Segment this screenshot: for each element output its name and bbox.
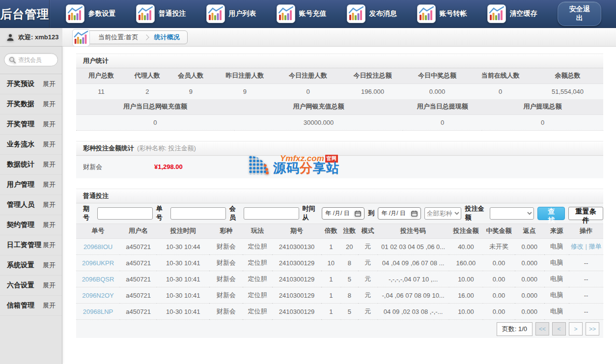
chevron-right-icon bbox=[143, 34, 149, 40]
order-id-cell: 2096BQSR bbox=[76, 271, 120, 287]
action-link[interactable]: 修改 bbox=[571, 243, 584, 250]
bets-value-cell: 04 09 ,02 03 08 ,-,-... bbox=[378, 304, 449, 320]
sidebar-menu: 开奖预设展开开奖数据展开开奖管理展开业务流水展开数据统计展开用户管理展开管理人员… bbox=[0, 74, 62, 316]
expand-toggle[interactable]: 展开 bbox=[43, 241, 56, 250]
expand-toggle[interactable]: 展开 bbox=[43, 100, 56, 109]
sidebar-menu-item[interactable]: 管理人员展开 bbox=[0, 195, 62, 215]
bets-header-cell: 期号 bbox=[272, 224, 321, 239]
bets-value-cell: 20 bbox=[341, 239, 358, 255]
expand-toggle[interactable]: 展开 bbox=[43, 180, 56, 189]
nav-item[interactable]: 账号充值 bbox=[277, 4, 347, 23]
sidebar-menu-item[interactable]: 六合设置展开 bbox=[0, 276, 62, 296]
bets-value-cell: 财新会 bbox=[209, 271, 243, 287]
sidebar-menu-item[interactable]: 开奖管理展开 bbox=[0, 114, 62, 135]
order-id-cell: 20968IOU bbox=[76, 239, 120, 255]
action-separator: | bbox=[584, 243, 589, 250]
bets-value-cell: 0.00 bbox=[483, 287, 514, 304]
search-button[interactable]: 查找 bbox=[537, 207, 565, 220]
member-input[interactable] bbox=[244, 207, 299, 220]
sidebar-menu-item[interactable]: 用户管理展开 bbox=[0, 175, 62, 195]
sidebar-menu-item[interactable]: 数据统计展开 bbox=[0, 155, 62, 175]
lottery-stats-panel: 彩种投注金额统计 (彩种名称: 投注金额) 财新会 ¥1,298.00 Y bbox=[76, 141, 603, 178]
dots-fan-icon bbox=[249, 156, 272, 174]
breadcrumb-location: 当前位置:首页 bbox=[98, 33, 139, 42]
date-to-input[interactable]: 年 /月/ 日 bbox=[378, 207, 420, 220]
actions-cell: -- bbox=[569, 255, 603, 271]
nav-item[interactable]: 账号转帐 bbox=[417, 4, 487, 23]
order-id-link[interactable]: 2096N2OY bbox=[82, 292, 113, 299]
bets-value-cell: 40.00 bbox=[449, 239, 483, 255]
expand-toggle[interactable]: 展开 bbox=[43, 281, 56, 290]
member-search-box[interactable] bbox=[4, 53, 58, 66]
main-nav: 参数设置普通投注用户列表账号充值发布消息账号转帐清空缓存 bbox=[50, 4, 558, 23]
nav-item[interactable]: 清空缓存 bbox=[487, 4, 558, 23]
order-input[interactable] bbox=[170, 207, 226, 220]
last-page-button[interactable]: >> bbox=[586, 322, 599, 336]
expand-toggle[interactable]: 展开 bbox=[43, 140, 56, 149]
order-id-link[interactable]: 20968IOU bbox=[84, 243, 112, 251]
logout-button[interactable]: 安全退出 bbox=[558, 1, 601, 26]
sidebar-item-label: 契约管理 bbox=[7, 221, 34, 229]
bets-header-cell: 倍数 bbox=[321, 224, 341, 239]
expand-toggle[interactable]: 展开 bbox=[43, 200, 56, 209]
breadcrumb-current[interactable]: 统计概况 bbox=[154, 33, 180, 42]
first-page-button[interactable]: << bbox=[535, 322, 549, 336]
bets-value-cell: 10.00 bbox=[449, 304, 483, 320]
sidebar-menu-item[interactable]: 日工资管理展开 bbox=[0, 235, 62, 255]
next-page-button[interactable]: > bbox=[569, 322, 583, 336]
stats-header-cell: 用户当日总提现额 bbox=[403, 99, 482, 114]
expand-toggle[interactable]: 展开 bbox=[43, 160, 56, 169]
bets-header-cell: 彩种 bbox=[209, 224, 243, 239]
stats-value-cell: 0 bbox=[76, 114, 234, 130]
sidebar-menu-item[interactable]: 信箱管理展开 bbox=[0, 296, 62, 316]
expand-toggle[interactable]: 展开 bbox=[43, 80, 56, 88]
bets-table: 单号用户名投注时间彩种玩法期号倍数注数模式投注号码投注金额中奖金额返点来源操作2… bbox=[76, 224, 603, 320]
panel-subtitle-text: (彩种名称: 投注金额) bbox=[137, 144, 196, 153]
panel-title-text: 用户统计 bbox=[83, 56, 109, 65]
table-row: 2096BQSRa45072110-30 10:41财新会定位胆24103001… bbox=[76, 271, 603, 287]
sidebar-menu-item[interactable]: 系统设置展开 bbox=[0, 255, 62, 276]
bet-amount-select[interactable] bbox=[490, 207, 534, 220]
bets-header-cell: 投注号码 bbox=[378, 224, 449, 239]
issue-input[interactable] bbox=[97, 207, 153, 220]
expand-toggle[interactable]: 展开 bbox=[43, 221, 56, 229]
sidebar-menu-item[interactable]: 业务流水展开 bbox=[0, 135, 62, 155]
action-link[interactable]: 撤单 bbox=[588, 243, 601, 250]
order-id-link[interactable]: 2096BQSR bbox=[82, 276, 114, 283]
nav-item[interactable]: 普通投注 bbox=[136, 4, 206, 23]
stats-value-cell: 2 bbox=[126, 84, 168, 99]
sidebar-menu-item[interactable]: 开奖数据展开 bbox=[0, 94, 62, 114]
nav-item[interactable]: 发布消息 bbox=[347, 4, 417, 23]
nav-item[interactable]: 用户列表 bbox=[206, 4, 277, 23]
bets-filter-row: 期号 单号 会员 时间从 年 /月/ 日 到 年 /月/ 日 bbox=[76, 203, 603, 224]
bets-value-cell: 10-30 10:41 bbox=[157, 255, 209, 271]
order-id-link[interactable]: 20968LNP bbox=[83, 308, 113, 315]
bets-value-cell: 元 bbox=[358, 304, 378, 320]
order-id-link[interactable]: 2096UKPR bbox=[82, 259, 114, 267]
reset-button[interactable]: 重置条件 bbox=[568, 207, 603, 220]
order-id-cell: 2096N2OY bbox=[76, 287, 120, 304]
prev-page-button[interactable]: < bbox=[552, 322, 566, 336]
nav-item[interactable]: 参数设置 bbox=[66, 4, 136, 23]
stats-header-cell: 用户网银充值总额 bbox=[234, 99, 403, 114]
lottery-type-select[interactable]: 全部彩种 bbox=[424, 207, 462, 220]
expand-toggle[interactable]: 展开 bbox=[43, 120, 56, 129]
bets-value-cell: 电脑 bbox=[544, 255, 569, 271]
sidebar-menu-item[interactable]: 开奖预设展开 bbox=[0, 74, 62, 94]
expand-toggle[interactable]: 展开 bbox=[43, 261, 56, 270]
bets-value-cell: 1 bbox=[321, 239, 341, 255]
stats-value-cell: 0.000 bbox=[406, 84, 469, 99]
sidebar-item-label: 业务流水 bbox=[7, 140, 34, 149]
actions-cell: -- bbox=[569, 304, 603, 320]
expand-toggle[interactable]: 展开 bbox=[43, 301, 56, 310]
stats-header-cell: 今日注册人数 bbox=[277, 68, 340, 84]
calendar-icon bbox=[355, 210, 361, 217]
stats-value-cell: 11 bbox=[76, 84, 126, 99]
welcome-text: 欢迎: xmb123 bbox=[18, 33, 58, 42]
date-from-input[interactable]: 年 /月/ 日 bbox=[322, 207, 364, 220]
chart-icon bbox=[417, 4, 436, 23]
sidebar-menu-item[interactable]: 契约管理展开 bbox=[0, 215, 62, 235]
sidebar-item-label: 开奖管理 bbox=[7, 120, 34, 129]
issue-label: 期号 bbox=[83, 204, 94, 222]
member-search-input[interactable] bbox=[18, 56, 53, 63]
